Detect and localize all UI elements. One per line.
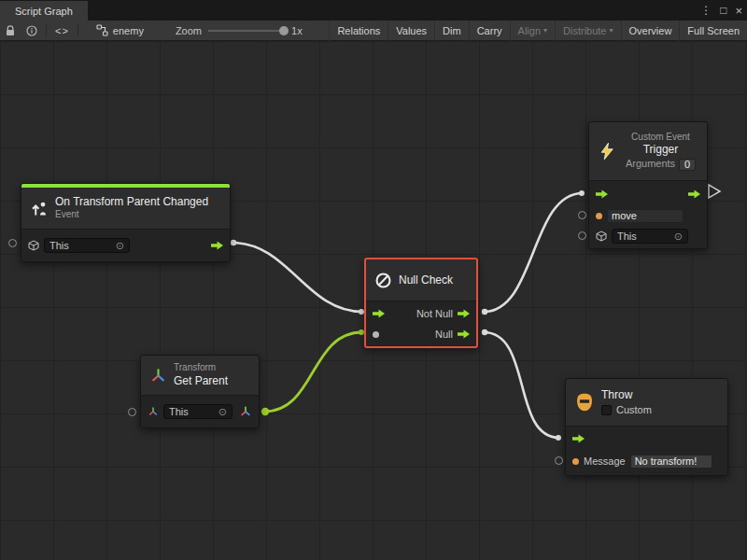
value-input-port[interactable] bbox=[555, 456, 563, 465]
node-get-parent[interactable]: Transform Get Parent This ⊙ bbox=[140, 355, 260, 428]
carry-button[interactable]: Carry bbox=[469, 21, 510, 41]
info-icon[interactable] bbox=[21, 21, 43, 41]
zoom-label: Zoom bbox=[176, 25, 202, 36]
port-row: Message bbox=[566, 449, 727, 473]
button-label: Carry bbox=[477, 25, 502, 36]
align-button[interactable]: Align▾ bbox=[510, 21, 555, 41]
port-row: This ⊙ bbox=[21, 231, 230, 259]
lock-icon[interactable] bbox=[0, 21, 21, 41]
relations-button[interactable]: Relations bbox=[329, 21, 388, 41]
transform-output-port[interactable] bbox=[239, 405, 252, 418]
control-input-port[interactable] bbox=[572, 434, 585, 444]
toolbar-separator bbox=[46, 24, 47, 36]
dim-button[interactable]: Dim bbox=[434, 21, 469, 41]
code-icon[interactable]: <> bbox=[49, 21, 75, 41]
node-title: Null Check bbox=[399, 273, 453, 287]
port-row bbox=[589, 183, 707, 205]
graph-canvas[interactable]: On Transform Parent Changed Event This ⊙ bbox=[0, 41, 747, 560]
zoom-slider-handle[interactable] bbox=[279, 26, 289, 35]
value-input-port[interactable] bbox=[578, 231, 586, 240]
object-picker-icon[interactable]: ⊙ bbox=[674, 231, 683, 242]
string-input-port[interactable] bbox=[596, 213, 602, 219]
this-dropdown[interactable]: This ⊙ bbox=[44, 238, 130, 253]
node-header: On Transform Parent Changed Event bbox=[21, 188, 230, 229]
maximize-icon[interactable]: □ bbox=[720, 5, 726, 16]
custom-event-bolt-icon bbox=[598, 142, 616, 161]
gameobject-cube-icon bbox=[28, 240, 39, 251]
wire-endpoint-dot bbox=[556, 435, 561, 441]
this-dropdown[interactable]: This ⊙ bbox=[612, 229, 688, 244]
values-button[interactable]: Values bbox=[388, 21, 434, 41]
node-throw[interactable]: Throw Custom Message bbox=[565, 378, 728, 476]
port-row: This ⊙ bbox=[589, 226, 707, 246]
node-category: Custom Event bbox=[631, 132, 690, 144]
zoom-value: 1x bbox=[291, 25, 303, 36]
tab-script-graph[interactable]: Script Graph bbox=[0, 1, 88, 21]
port-row: Not Null bbox=[366, 303, 476, 324]
graph-toolbar: <> enemy Zoom 1x Relations Values Dim Ca… bbox=[0, 21, 747, 41]
value-input-port[interactable] bbox=[578, 211, 586, 219]
button-label: Distribute bbox=[563, 25, 606, 36]
control-input-port[interactable] bbox=[596, 189, 608, 200]
not-null-output-port[interactable] bbox=[458, 309, 470, 319]
throw-icon bbox=[574, 392, 595, 413]
unity-script-graph-window: Script Graph ⋮ □ × <> enemy Zoom bbox=[0, 0, 747, 560]
button-label: Dim bbox=[443, 25, 461, 36]
custom-checkbox[interactable] bbox=[601, 405, 612, 415]
control-input-port[interactable] bbox=[373, 309, 385, 319]
node-ports: This ⊙ bbox=[141, 395, 259, 427]
toolbar-separator bbox=[78, 24, 78, 36]
message-input[interactable] bbox=[630, 455, 712, 469]
node-null-check[interactable]: Null Check Not Null Null bbox=[364, 258, 478, 348]
chevron-down-icon: ▾ bbox=[543, 26, 547, 35]
graph-reference[interactable]: enemy bbox=[89, 24, 151, 36]
event-name-input[interactable] bbox=[607, 209, 684, 223]
distribute-button[interactable]: Distribute▾ bbox=[555, 21, 620, 41]
node-title: Trigger bbox=[643, 143, 679, 157]
wire-endpoint-dot bbox=[482, 309, 487, 315]
node-trigger-custom-event[interactable]: Custom Event Trigger Arguments bbox=[588, 121, 708, 249]
node-title: On Transform Parent Changed bbox=[55, 195, 208, 209]
this-dropdown[interactable]: This ⊙ bbox=[163, 404, 233, 419]
node-title: Get Parent bbox=[174, 374, 228, 388]
port-label: Null bbox=[435, 329, 453, 340]
close-icon[interactable]: × bbox=[735, 5, 742, 17]
object-picker-icon[interactable]: ⊙ bbox=[116, 241, 124, 251]
toolbar-buttons: Relations Values Dim Carry Align▾ Distri… bbox=[329, 21, 747, 41]
port-label: Not Null bbox=[416, 308, 453, 319]
this-value: This bbox=[49, 240, 112, 251]
node-on-transform-parent-changed[interactable]: On Transform Parent Changed Event This ⊙ bbox=[21, 183, 231, 262]
button-label: Overview bbox=[629, 25, 672, 36]
gameobject-cube-icon bbox=[596, 231, 607, 242]
node-ports: Message bbox=[566, 426, 727, 475]
transform-port-icon bbox=[148, 406, 159, 417]
value-input-port[interactable] bbox=[8, 239, 17, 247]
wire-endpoint-dot bbox=[579, 190, 585, 196]
string-input-port[interactable] bbox=[572, 458, 579, 465]
menu-icon[interactable]: ⋮ bbox=[700, 5, 712, 16]
window-controls: ⋮ □ × bbox=[700, 0, 742, 21]
null-output-port[interactable] bbox=[458, 329, 470, 340]
graph-name: enemy bbox=[113, 25, 144, 36]
object-picker-icon[interactable]: ⊙ bbox=[218, 407, 227, 417]
node-header: Transform Get Parent bbox=[141, 356, 259, 395]
value-input-port[interactable] bbox=[373, 331, 379, 338]
node-ports: Not Null Null bbox=[366, 301, 476, 346]
transform-parent-changed-icon bbox=[30, 199, 49, 217]
node-title: Throw bbox=[601, 388, 652, 402]
arguments-input[interactable] bbox=[679, 159, 696, 171]
full-screen-button[interactable]: Full Screen bbox=[679, 21, 747, 41]
node-category: Transform bbox=[174, 362, 228, 374]
overview-button[interactable]: Overview bbox=[621, 21, 680, 41]
control-output-port[interactable] bbox=[211, 241, 223, 251]
this-value: This bbox=[169, 406, 215, 417]
wire-getparent-to-nullcheck bbox=[264, 332, 362, 412]
graph-asset-icon bbox=[96, 24, 108, 36]
wire-endpoint-dot bbox=[261, 408, 269, 415]
node-ports: This ⊙ bbox=[589, 180, 707, 248]
port-row: Null bbox=[366, 324, 476, 344]
zoom-slider[interactable] bbox=[208, 30, 285, 32]
control-output-port[interactable] bbox=[688, 189, 700, 200]
value-input-port[interactable] bbox=[128, 408, 136, 416]
node-header: Custom Event Trigger Arguments bbox=[589, 122, 707, 180]
